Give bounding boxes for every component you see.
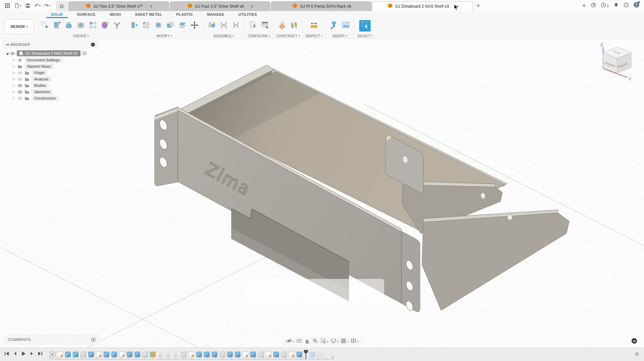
- zoom-button[interactable]: [312, 338, 318, 345]
- browser-item-analysis[interactable]: ▷Analysis: [13, 76, 98, 82]
- visibility-eye-icon[interactable]: [17, 83, 22, 88]
- browser-item-origin[interactable]: ▷Origin: [13, 70, 98, 75]
- fillet-button[interactable]: [141, 20, 152, 32]
- grid-display-button[interactable]: ▾: [340, 338, 348, 345]
- display-settings-button[interactable]: ▾: [330, 338, 338, 345]
- expand-triangle-icon[interactable]: ▷: [13, 84, 15, 87]
- ribbon-tab-mesh[interactable]: MESH: [109, 12, 121, 17]
- workspace-selector[interactable]: DESIGN ▾: [5, 19, 34, 34]
- expand-triangle-icon[interactable]: ▷: [13, 77, 15, 81]
- create-form-button[interactable]: [99, 20, 111, 32]
- app-grid-button[interactable]: [3, 2, 11, 9]
- ribbon-group-label[interactable]: CREATE▾: [73, 34, 89, 38]
- ribbon-tab-sheet-metal[interactable]: SHEET METAL: [134, 12, 163, 17]
- add-tab-button[interactable]: +: [582, 2, 586, 9]
- view-cube[interactable]: Z X TOP FRONT RIGHT: [596, 42, 637, 88]
- assistant-badge[interactable]: [631, 338, 637, 345]
- undo-button[interactable]: ↶▾: [33, 2, 42, 10]
- document-tab-3[interactable]: 1U Pi 5 Penta SATA Rack v6: [271, 1, 372, 11]
- configuration-button[interactable]: [247, 20, 259, 32]
- collapse-panel-icon[interactable]: ◀◀: [6, 43, 9, 46]
- visibility-eye-off-icon[interactable]: [17, 96, 22, 101]
- account-button[interactable]: [634, 2, 639, 9]
- expand-triangle-icon[interactable]: ▷: [13, 71, 15, 74]
- help-button[interactable]: ?: [624, 2, 629, 9]
- add-comment-icon[interactable]: +: [91, 338, 96, 342]
- expand-triangle-icon[interactable]: ◢: [6, 52, 8, 55]
- new-component-button[interactable]: [206, 20, 217, 32]
- browser-item-sketches[interactable]: ▷Sketches: [13, 89, 98, 95]
- file-button[interactable]: ▾: [13, 2, 22, 9]
- document-tab-2[interactable]: 1U Four 2.5" Drive Shelf v6×: [170, 1, 270, 11]
- browser-item-named-views[interactable]: ▷Named Views: [13, 64, 98, 69]
- ribbon-group-label[interactable]: INSPECT▾: [306, 34, 322, 38]
- ribbon-group-label[interactable]: INSERT▾: [333, 34, 347, 38]
- expand-triangle-icon[interactable]: ▷: [13, 58, 15, 62]
- browser-item-construction[interactable]: ▷Construction: [13, 96, 98, 101]
- notifications-button[interactable]: [613, 2, 619, 9]
- look-at-button[interactable]: [296, 338, 302, 345]
- ribbon-group-label[interactable]: SELECT▾: [357, 34, 373, 38]
- visibility-eye-icon[interactable]: [10, 51, 15, 56]
- shell-button[interactable]: [153, 20, 164, 32]
- ribbon-group-label[interactable]: CONSTRUCT▾: [276, 34, 300, 38]
- redo-button[interactable]: ↷▾: [43, 2, 52, 10]
- insert-fastener-button[interactable]: [328, 20, 339, 32]
- expand-triangle-icon[interactable]: ▷: [13, 65, 15, 68]
- visibility-eye-off-icon[interactable]: [17, 77, 22, 82]
- document-tab-1[interactable]: 1U Two 3.5" Drive Shelf v7*×: [68, 1, 169, 11]
- offset-plane-button[interactable]: [276, 20, 288, 32]
- press-pull-button[interactable]: [128, 20, 140, 32]
- configuration-table-button[interactable]: [259, 20, 271, 32]
- timeline-ruler[interactable]: [50, 357, 333, 359]
- select-window-button[interactable]: [359, 20, 371, 32]
- comments-bar[interactable]: COMMENTS +: [4, 335, 99, 344]
- skip-end-button[interactable]: [38, 351, 43, 358]
- close-tab-icon[interactable]: ×: [150, 4, 153, 8]
- hole-button[interactable]: [75, 20, 87, 32]
- midplane-button[interactable]: [288, 20, 300, 32]
- revolve-button[interactable]: [63, 20, 74, 32]
- ribbon-tab-plastic[interactable]: PLASTIC: [176, 12, 194, 17]
- pattern-button[interactable]: [87, 20, 99, 32]
- ribbon-tab-solid[interactable]: SOLID: [50, 12, 64, 17]
- rigid-group-button[interactable]: [230, 20, 241, 32]
- viewports-button[interactable]: ▾: [351, 338, 359, 345]
- expand-triangle-icon[interactable]: ▷: [13, 97, 15, 100]
- combine-button[interactable]: [165, 20, 176, 32]
- move-copy-button[interactable]: [189, 20, 200, 32]
- activate-component-icon[interactable]: [82, 51, 87, 56]
- browser-panel-header[interactable]: ◀◀ BROWSER −: [3, 41, 98, 48]
- home-view-button[interactable]: [56, 1, 68, 11]
- job-status-button[interactable]: 1: [601, 2, 609, 9]
- fit-button[interactable]: ▾: [320, 338, 328, 345]
- new-document-tab-button[interactable]: +: [473, 2, 483, 9]
- save-button[interactable]: [24, 2, 32, 9]
- step-back-button[interactable]: [12, 351, 18, 358]
- close-tab-icon[interactable]: ×: [251, 4, 254, 8]
- ribbon-tab-surface[interactable]: SURFACE: [76, 12, 96, 17]
- orbit-button[interactable]: ▾: [286, 338, 294, 345]
- ribbon-group-label[interactable]: ASSEMBLE▾: [214, 34, 234, 38]
- timeline-settings-gear-icon[interactable]: ⚙: [635, 351, 639, 357]
- extensions-button[interactable]: [591, 2, 596, 9]
- expand-triangle-icon[interactable]: ▷: [13, 90, 15, 94]
- offset-face-button[interactable]: [177, 20, 188, 32]
- measure-button[interactable]: [308, 20, 320, 32]
- skip-start-button[interactable]: [4, 351, 9, 358]
- canvas-button[interactable]: [340, 20, 352, 32]
- play-button[interactable]: [21, 351, 26, 358]
- step-forward-button[interactable]: [29, 351, 35, 358]
- pan-button[interactable]: [304, 338, 310, 345]
- extrude-button[interactable]: [51, 20, 62, 32]
- browser-root-row[interactable]: ◢ 1U Zimaboard 2 NAS Shelf v3: [6, 50, 98, 56]
- joint-button[interactable]: [218, 20, 229, 32]
- pipe-button[interactable]: [111, 20, 123, 32]
- minimize-panel-icon[interactable]: −: [91, 43, 95, 47]
- browser-item-bodies[interactable]: ▷Bodies: [13, 83, 98, 88]
- create-sketch-button[interactable]: [39, 20, 50, 32]
- browser-item-document-settings[interactable]: ▷⚙Document Settings: [13, 57, 98, 63]
- ribbon-group-label[interactable]: CONFIGURE▾: [248, 34, 270, 38]
- ribbon-group-label[interactable]: MODIFY▾: [157, 34, 172, 38]
- visibility-eye-icon[interactable]: [17, 89, 22, 95]
